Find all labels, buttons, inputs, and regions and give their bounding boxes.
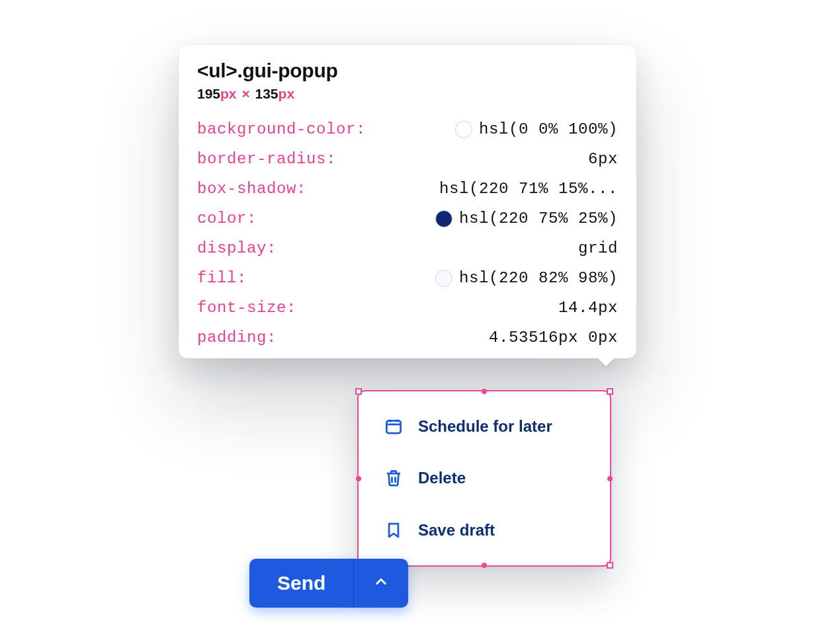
- prop-name-font-size: font-size: [197, 299, 422, 317]
- prop-val-border-radius: 6px: [435, 150, 618, 168]
- menu-item-label: Schedule for later: [418, 417, 552, 436]
- gui-popup: Schedule for later Delete Save draft: [357, 390, 611, 567]
- menu-item-save-draft[interactable]: Save draft: [359, 504, 610, 556]
- prop-name-background-color: background-color: [197, 120, 422, 138]
- dim-unit-h: px: [279, 86, 295, 101]
- selection-handle-nw[interactable]: [355, 388, 362, 395]
- tooltip-properties: background-color hsl(0 0% 100%) border-r…: [197, 120, 618, 346]
- bookmark-icon: [384, 520, 404, 540]
- swatch-background-color: [455, 121, 472, 138]
- send-button[interactable]: Send: [249, 559, 354, 608]
- menu-item-label: Delete: [418, 469, 466, 487]
- swatch-fill: [435, 270, 453, 287]
- tooltip-dimensions: 195px × 135px: [197, 86, 618, 102]
- menu-item-delete[interactable]: Delete: [359, 452, 610, 504]
- dim-width: 195: [197, 86, 220, 101]
- prop-val-display: grid: [435, 239, 618, 257]
- swatch-color: [435, 210, 453, 227]
- prop-val-fill: hsl(220 82% 98%): [435, 269, 618, 287]
- selection-handle-n[interactable]: [482, 389, 487, 394]
- tooltip-selector: <ul>.gui-popup: [197, 60, 618, 82]
- prop-name-fill: fill: [197, 269, 422, 287]
- menu-item-label: Save draft: [418, 521, 495, 540]
- prop-val-background-color: hsl(0 0% 100%): [435, 120, 618, 138]
- trash-icon: [384, 468, 404, 488]
- prop-name-box-shadow: box-shadow: [197, 180, 422, 198]
- selection-handle-w[interactable]: [356, 476, 361, 481]
- selection-handle-e[interactable]: [607, 476, 613, 481]
- send-split-button: Send: [249, 559, 408, 608]
- prop-val-box-shadow: hsl(220 71% 15%...: [435, 180, 618, 198]
- selection-handle-s[interactable]: [482, 563, 487, 568]
- send-more-toggle[interactable]: [354, 559, 408, 608]
- prop-name-padding: padding: [197, 329, 422, 346]
- selection-handle-se[interactable]: [607, 562, 613, 569]
- chevron-up-icon: [374, 575, 388, 592]
- prop-name-color: color: [197, 210, 422, 227]
- prop-val-padding: 4.53516px 0px: [435, 329, 618, 346]
- prop-val-color: hsl(220 75% 25%): [435, 210, 618, 227]
- devtools-inspect-tooltip: <ul>.gui-popup 195px × 135px background-…: [179, 45, 636, 358]
- svg-rect-0: [386, 421, 400, 433]
- dim-height: 135: [255, 86, 279, 101]
- prop-name-display: display: [197, 239, 422, 257]
- selection-handle-ne[interactable]: [607, 388, 613, 395]
- calendar-icon: [384, 417, 404, 436]
- dim-unit-w: px: [220, 86, 237, 101]
- dim-times: ×: [240, 86, 251, 101]
- menu-item-schedule[interactable]: Schedule for later: [359, 401, 610, 452]
- prop-name-border-radius: border-radius: [197, 150, 422, 168]
- prop-val-font-size: 14.4px: [435, 299, 618, 317]
